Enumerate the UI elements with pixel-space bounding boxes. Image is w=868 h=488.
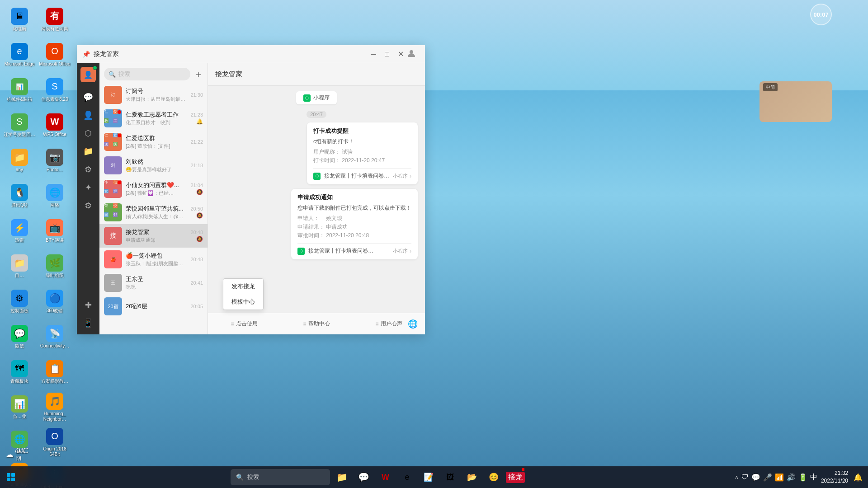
desktop-icon-folder[interactable]: 📁 目…	[2, 249, 37, 283]
desktop-icon-btv[interactable]: 📺 BTY演讲	[38, 214, 72, 248]
desktop-icon-chart[interactable]: 📊 当…业	[2, 390, 37, 424]
avatar-rongyue: 荣 悦 园 邻	[104, 203, 122, 221]
desktop-icon-origin[interactable]: O Origin 2018 64Bit	[38, 425, 72, 460]
desktop-icon-qq[interactable]: 🐧 腾讯QQ	[2, 178, 37, 213]
taskbar-time-display[interactable]: 21:32 2022/11/20	[821, 469, 848, 485]
footer-btn-help[interactable]: ≡ 帮助中心	[298, 318, 334, 329]
link1-chevron: ›	[410, 173, 411, 179]
desktop-icon-edge[interactable]: e Microsoft Edge	[2, 38, 37, 72]
tray-wechat-icon[interactable]: 💬	[751, 473, 760, 482]
sidebar-phone-icon[interactable]: 📱	[80, 315, 96, 331]
sidebar-star-icon[interactable]: ✦	[80, 180, 96, 195]
footer-btn-feedback[interactable]: ≡ 用户心声	[371, 318, 406, 329]
desktop-icon-office[interactable]: O Microsoft Office	[38, 38, 72, 72]
tray-area: ∧ 🛡 💬 🎤 📶 🔊 🔋 中	[735, 473, 817, 482]
desktop-icon-control[interactable]: ⚙ 控制面板	[2, 284, 37, 319]
chat-item-20su[interactable]: 20宿 20宿6层 20:05	[99, 295, 208, 318]
green-icon: 🌿	[46, 254, 63, 272]
any-label: any	[16, 167, 23, 173]
card2-divider	[297, 243, 411, 244]
start-button[interactable]	[0, 466, 22, 488]
sidebar-discover-icon[interactable]: ⬡	[80, 126, 96, 141]
chat-item-liuxinran[interactable]: 刘 刘欣然 😁要是真那样就好了 21:18	[99, 154, 208, 177]
name-yilong: 🍎一笼小鲤包	[126, 252, 187, 260]
tray-mic-icon[interactable]: 🎤	[763, 473, 772, 482]
add-chat-button[interactable]: ＋	[194, 68, 203, 80]
chat-item-yilong[interactable]: 🍎 🍎一笼小鲤包 张玉秋：[链接]朋友圈趣… 20:48	[99, 248, 208, 271]
tray-vol-icon[interactable]: 🔊	[787, 473, 796, 482]
desktop-icon-network[interactable]: 🌐 网络	[38, 178, 72, 213]
taskbar-faces-btn[interactable]: 😊	[484, 467, 504, 487]
tray-lang-icon[interactable]: 中	[810, 473, 817, 482]
chat-item-dingyuehao[interactable]: 订 订阅号 天津日报：从巴厘岛到最… 21:30	[99, 83, 208, 107]
desktop-icon-any[interactable]: 📁 any	[2, 143, 37, 178]
card1-link[interactable]: ⬡ 接龙管家丨打卡填表问卷… 小程序 ›	[313, 172, 411, 180]
desktop-icon-thuder[interactable]: ⚡ 迅雷	[2, 214, 37, 248]
desktop-icon-pc[interactable]: 🖥 此电脑	[2, 2, 37, 37]
taskbar-search-text: 搜索	[247, 473, 259, 481]
search-box[interactable]: 🔍 搜索	[104, 68, 190, 80]
desktop-icon-map[interactable]: 🗺 青藏板块	[2, 355, 37, 389]
meta-liuxinran: 21:18	[190, 163, 203, 168]
excel1-label: 机械件&装箱	[7, 97, 33, 102]
sidebar-contacts-icon[interactable]: 👤	[80, 108, 96, 123]
meta-wangdong: 20:41	[190, 280, 203, 286]
chat-item-jielonggj[interactable]: 接 接龙管家 申请成功通知 20:48 🔕	[99, 224, 208, 248]
desktop-icon-wps[interactable]: W WPS Office	[38, 108, 72, 142]
taskbar-search-box[interactable]: 🔍 搜索	[231, 469, 330, 485]
desktop-icon-humming1[interactable]: 🎵 Humming_ Neighbor…	[38, 390, 72, 424]
desktop-icon-360[interactable]: 🔵 360改错	[38, 284, 72, 319]
taskbar-notes-btn[interactable]: 📝	[419, 467, 439, 487]
tray-notification-btn[interactable]: 🔔	[854, 473, 863, 482]
help-label: 帮助中心	[308, 320, 330, 328]
youdao-icon: 有	[46, 8, 63, 25]
card2-field-applicant: 申请人： 姚文琰	[297, 215, 411, 222]
tray-wifi-icon[interactable]: 📶	[775, 473, 784, 482]
emoji-icon: 🌐	[408, 319, 418, 328]
desktop-icon-wechat[interactable]: 💬 微信	[2, 319, 37, 354]
desktop-icon-s1[interactable]: S 信息素集8.20	[38, 73, 72, 107]
humming1-label: Humming_ Neighbor…	[38, 411, 72, 422]
tray-chevron[interactable]: ∧	[735, 474, 739, 480]
thunder-label: 迅雷	[15, 238, 24, 243]
context-menu-item-publish[interactable]: 发布接龙	[223, 279, 263, 294]
context-menu-item-template[interactable]: 模板中心	[223, 294, 263, 310]
minimize-button[interactable]: ─	[367, 48, 380, 61]
tray-security-icon[interactable]: 🛡	[741, 473, 749, 481]
taskbar-wechat-btn[interactable]: 💬	[354, 467, 373, 487]
close-button[interactable]: ✕	[394, 48, 407, 61]
taskbar-folder-btn[interactable]: 📂	[462, 467, 482, 487]
sidebar-chat-icon[interactable]: 💬	[80, 89, 96, 105]
input-emoji-btn[interactable]: 🌐	[408, 319, 418, 329]
sidebar-folder-icon[interactable]: 📁	[80, 144, 96, 159]
desktop-icon-plan[interactable]: 📋 方案梯形教…	[38, 355, 72, 389]
humming1-icon: 🎵	[46, 393, 63, 410]
desktop-icon-green[interactable]: 🌿 绿叶组织	[38, 249, 72, 283]
sidebar-avatar[interactable]: 👤	[80, 67, 96, 82]
chat-item-wangdong[interactable]: 王 王东圣 嗯嗯 20:41	[99, 271, 208, 295]
taskbar-explorer-btn[interactable]: 📁	[332, 467, 352, 487]
chat-item-renai2[interactable]: 仁 爱 送 医 仁爱送医群 [2条] 董欣怡：[文件] 21:22	[99, 130, 208, 154]
desktop-icon-excel1[interactable]: 📊 机械件&装箱	[2, 73, 37, 107]
taskbar-wps-btn[interactable]: W	[375, 467, 395, 487]
desktop-icon-conn[interactable]: 📡 Connectivity…	[38, 319, 72, 354]
maximize-button[interactable]: □	[381, 48, 393, 61]
time-20su: 20:05	[190, 304, 203, 309]
sidebar-settings-icon[interactable]: ⚙	[80, 162, 96, 177]
chat-item-rongyue[interactable]: 荣 悦 园 邻 荣悦园邻里守望共筑... [有人@我]失落人生：@… 20:50…	[99, 201, 208, 224]
taskbar-photos-btn[interactable]: 🖼	[440, 467, 460, 487]
weather-cloud-icon: ☁	[5, 450, 14, 460]
chat-item-renai1[interactable]: 仁 爱 教 工 仁爱教工志愿者工作 化工系目栋才：收到 21:23 🔔	[99, 107, 208, 130]
desktop-icon-s2[interactable]: S 迁学号发返回…	[2, 108, 37, 142]
taskbar-app-btn[interactable]: 接龙	[505, 467, 525, 487]
sidebar-plus-icon[interactable]: ✚	[80, 297, 96, 313]
chat-item-xiaoxian[interactable]: 小 仙 女 群 小仙女的闲置群❤️... [2条] 薇虹💟：已经… 21:04	[99, 177, 208, 201]
tray-battery-icon[interactable]: 🔋	[798, 473, 807, 482]
user-icon[interactable]	[407, 49, 416, 60]
footer-btn-use[interactable]: ≡ 点击使用	[226, 318, 262, 329]
card2-link[interactable]: ⬡ 接龙管家丨打卡填表问卷… 小程序 ›	[297, 247, 411, 255]
desktop-icon-youdao[interactable]: 有 网易有道词典	[38, 2, 72, 37]
sidebar-gear2-icon[interactable]: ⚙	[80, 198, 96, 213]
taskbar-edge-btn[interactable]: e	[397, 467, 417, 487]
desktop-icon-photo[interactable]: 📷 Photo…	[38, 143, 72, 178]
